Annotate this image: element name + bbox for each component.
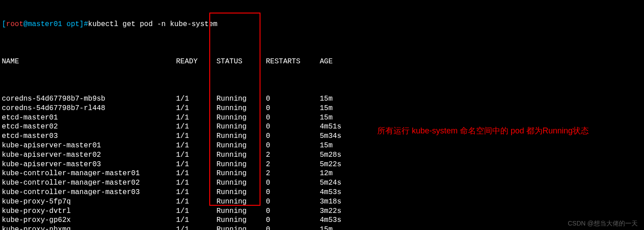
table-row: coredns-54d67798b7-mb9sb1/1Running015m — [2, 94, 642, 104]
cell-ready: 1/1 — [176, 94, 216, 104]
table-row: kube-apiserver-master031/1Running25m22s — [2, 160, 642, 169]
cell-age: 15m — [320, 94, 356, 104]
cell-ready: 1/1 — [176, 132, 216, 141]
header-ready: READY — [176, 57, 216, 66]
cell-name: coredns-54d67798b7-mb9sb — [2, 94, 176, 104]
cell-age: 3m22s — [320, 207, 356, 216]
cell-status: Running — [216, 113, 266, 123]
cell-age: 4m53s — [320, 188, 356, 197]
cell-restarts: 2 — [266, 160, 320, 169]
prompt-line-1: [root@master01 opt]#kubectl get pod -n k… — [2, 20, 642, 29]
cell-status: Running — [216, 169, 266, 178]
cell-restarts: 0 — [266, 216, 320, 225]
cell-name: coredns-54d67798b7-rl448 — [2, 104, 176, 113]
cell-ready: 1/1 — [176, 160, 216, 169]
cell-name: etcd-master01 — [2, 113, 176, 123]
table-row: kube-apiserver-master021/1Running25m28s — [2, 150, 642, 160]
cell-age: 15m — [320, 113, 356, 123]
cell-restarts: 0 — [266, 113, 320, 123]
cell-ready: 1/1 — [176, 216, 216, 225]
table-header: NAMEREADYSTATUSRESTARTSAGE — [2, 57, 642, 66]
cell-age: 12m — [320, 169, 356, 178]
cell-status: Running — [216, 150, 266, 160]
table-row: kube-proxy-dvtrl1/1Running03m22s — [2, 207, 642, 216]
table-row: kube-apiserver-master011/1Running015m — [2, 141, 642, 150]
cell-status: Running — [216, 94, 266, 104]
header-name: NAME — [2, 57, 176, 66]
cell-ready: 1/1 — [176, 150, 216, 160]
table-row: kube-proxy-gp62x1/1Running04m53s — [2, 216, 642, 225]
table-row: kube-controller-manager-master011/1Runni… — [2, 169, 642, 178]
cell-name: etcd-master03 — [2, 132, 176, 141]
header-status: STATUS — [216, 57, 266, 66]
cell-status: Running — [216, 197, 266, 207]
cell-status: Running — [216, 141, 266, 150]
cell-restarts: 2 — [266, 150, 320, 160]
cell-restarts: 0 — [266, 132, 320, 141]
watermark-text: CSDN @想当大佬的一天 — [568, 219, 638, 227]
cell-restarts: 0 — [266, 188, 320, 197]
cell-age: 4m51s — [320, 122, 356, 132]
cell-age: 5m24s — [320, 178, 356, 188]
cell-ready: 1/1 — [176, 141, 216, 150]
cell-name: kube-apiserver-master01 — [2, 141, 176, 150]
cell-restarts: 0 — [266, 94, 320, 104]
cell-ready: 1/1 — [176, 122, 216, 132]
cell-restarts: 0 — [266, 225, 320, 230]
table-row: coredns-54d67798b7-rl4481/1Running015m — [2, 104, 642, 113]
cell-ready: 1/1 — [176, 178, 216, 188]
annotation-text: 所有运行 kube-system 命名空间中的 pod 都为Running状态 — [377, 125, 629, 137]
cell-ready: 1/1 — [176, 225, 216, 230]
cell-name: kube-proxy-gp62x — [2, 216, 176, 225]
cell-status: Running — [216, 188, 266, 197]
header-age: AGE — [320, 57, 356, 66]
cell-status: Running — [216, 216, 266, 225]
cell-name: kube-apiserver-master02 — [2, 150, 176, 160]
cell-name: kube-proxy-nhxmq — [2, 225, 176, 230]
cell-name: kube-controller-manager-master01 — [2, 169, 176, 178]
cell-age: 4m53s — [320, 216, 356, 225]
cell-restarts: 0 — [266, 122, 320, 132]
table-body: coredns-54d67798b7-mb9sb1/1Running015mco… — [2, 94, 642, 230]
cell-age: 15m — [320, 141, 356, 150]
cell-status: Running — [216, 104, 266, 113]
cell-status: Running — [216, 132, 266, 141]
cell-age: 5m22s — [320, 160, 356, 169]
cell-status: Running — [216, 122, 266, 132]
cell-name: kube-controller-manager-master02 — [2, 178, 176, 188]
terminal-window[interactable]: [root@master01 opt]#kubectl get pod -n k… — [0, 0, 644, 230]
table-row: kube-proxy-5fp7q1/1Running03m18s — [2, 197, 642, 207]
cell-ready: 1/1 — [176, 104, 216, 113]
cell-ready: 1/1 — [176, 169, 216, 178]
cell-age: 5m34s — [320, 132, 356, 141]
cell-age: 5m28s — [320, 150, 356, 160]
cell-status: Running — [216, 207, 266, 216]
cell-age: 15m — [320, 225, 356, 230]
table-row: kube-controller-manager-master031/1Runni… — [2, 188, 642, 197]
cell-restarts: 0 — [266, 141, 320, 150]
cell-restarts: 0 — [266, 104, 320, 113]
cell-ready: 1/1 — [176, 188, 216, 197]
cell-restarts: 0 — [266, 178, 320, 188]
cell-ready: 1/1 — [176, 113, 216, 123]
cell-name: kube-proxy-dvtrl — [2, 207, 176, 216]
cell-name: etcd-master02 — [2, 122, 176, 132]
cell-name: kube-controller-manager-master03 — [2, 188, 176, 197]
header-restarts: RESTARTS — [266, 57, 320, 66]
table-row: etcd-master011/1Running015m — [2, 113, 642, 123]
cell-ready: 1/1 — [176, 197, 216, 207]
cell-age: 15m — [320, 104, 356, 113]
command-text: kubectl get pod -n kube-system — [88, 20, 217, 28]
cell-name: kube-apiserver-master03 — [2, 160, 176, 169]
cell-ready: 1/1 — [176, 207, 216, 216]
table-row: kube-proxy-nhxmq1/1Running015m — [2, 225, 642, 230]
cell-restarts: 2 — [266, 169, 320, 178]
table-row: kube-controller-manager-master021/1Runni… — [2, 178, 642, 188]
cell-restarts: 0 — [266, 197, 320, 207]
cell-status: Running — [216, 160, 266, 169]
cell-restarts: 0 — [266, 207, 320, 216]
cell-status: Running — [216, 225, 266, 230]
cell-status: Running — [216, 178, 266, 188]
cell-age: 3m18s — [320, 197, 356, 207]
cell-name: kube-proxy-5fp7q — [2, 197, 176, 207]
